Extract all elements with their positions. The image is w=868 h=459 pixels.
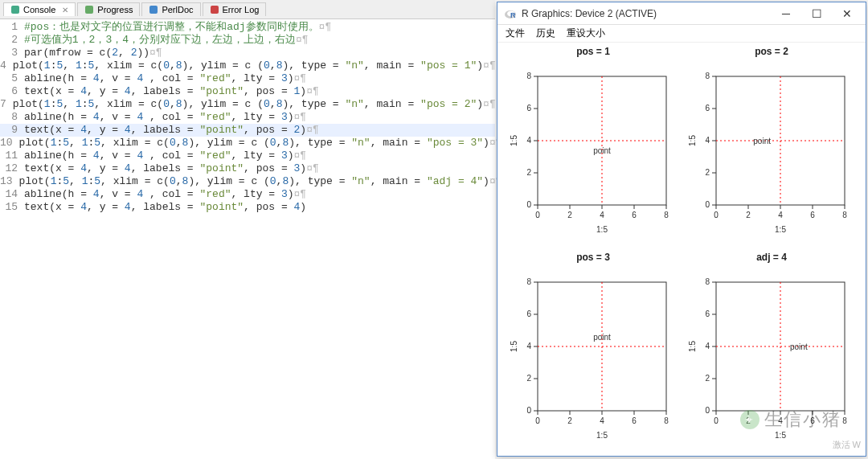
svg-text:6: 6 [705, 104, 710, 113]
close-icon[interactable]: ✕ [62, 6, 68, 14]
code-line[interactable]: 10plot(1:5, 1:5, xlim = c(0,8), ylim = c… [0, 137, 495, 150]
tab-perldoc[interactable]: PerlDoc [141, 2, 200, 16]
plot-area: pos = 102468024681:51:5pointpos = 202468… [497, 43, 866, 456]
line-number: 14 [0, 188, 24, 201]
plot-title: pos = 3 [506, 252, 681, 263]
code-line[interactable]: 9text(x = 4, y = 4, labels = "point", po… [0, 124, 495, 137]
svg-text:4: 4 [600, 211, 604, 219]
svg-text:point: point [790, 342, 808, 351]
svg-text:0: 0 [714, 416, 719, 425]
watermark-text: 生信小猪 [764, 408, 841, 432]
code-text: plot(1:5, 1:5, xlim = c(0,8), ylim = c (… [13, 59, 496, 72]
code-line[interactable]: 15text(x = 4, y = 4, labels = "point", p… [0, 201, 495, 214]
window-title: R Graphics: Device 2 (ACTIVE) [522, 8, 774, 19]
code-text: abline(h = 4, v = 4 , col = "red", lty =… [24, 188, 306, 201]
svg-text:2: 2 [705, 374, 710, 383]
tab-label: Progress [97, 5, 133, 14]
line-number: 8 [0, 111, 24, 124]
r-graphics-window: R R Graphics: Device 2 (ACTIVE) ─ ☐ ✕ 文件… [497, 2, 866, 457]
line-number: 1 [0, 21, 24, 34]
code-text: abline(h = 4, v = 4 , col = "red", lty =… [24, 111, 306, 124]
code-line[interactable]: 1#pos：也是对文字的位置进行调整，不能和adj参数同时使用。¤¶ [0, 21, 495, 34]
code-line[interactable]: 7plot(1:5, 1:5, xlim = c(0,8), ylim = c … [0, 98, 495, 111]
plot-panel: pos = 202468024681:51:5point [684, 46, 859, 247]
svg-text:6: 6 [810, 211, 815, 219]
code-line[interactable]: 14abline(h = 4, v = 4 , col = "red", lty… [0, 188, 495, 201]
svg-text:1:5: 1:5 [688, 135, 697, 146]
code-text: text(x = 4, y = 4, labels = "point", pos… [24, 85, 319, 98]
svg-text:1:5: 1:5 [596, 225, 608, 234]
svg-text:1:5: 1:5 [510, 135, 518, 146]
line-number: 4 [0, 59, 13, 72]
svg-text:2: 2 [526, 168, 531, 177]
svg-text:8: 8 [842, 211, 847, 219]
code-line[interactable]: 3par(mfrow = c(2, 2))¤¶ [0, 47, 495, 59]
svg-text:2: 2 [746, 211, 751, 219]
menu-item[interactable]: 历史 [536, 27, 555, 40]
line-number: 6 [0, 85, 24, 98]
svg-text:4: 4 [600, 416, 604, 425]
errorlog-icon [210, 5, 219, 14]
code-area[interactable]: 1#pos：也是对文字的位置进行调整，不能和adj参数同时使用。¤¶2#可选值为… [0, 19, 495, 214]
code-text: plot(1:5, 1:5, xlim = c(0,8), ylim = c (… [19, 175, 502, 188]
line-number: 10 [0, 137, 19, 150]
code-text: plot(1:5, 1:5, xlim = c(0,8), ylim = c (… [13, 98, 496, 111]
plot-title: pos = 2 [684, 46, 859, 57]
plot-panel: pos = 302468024681:51:5point [506, 252, 681, 453]
code-text: text(x = 4, y = 4, labels = "point", pos… [24, 201, 306, 214]
svg-text:8: 8 [705, 277, 710, 286]
code-line[interactable]: 12text(x = 4, y = 4, labels = "point", p… [0, 162, 495, 175]
maximize-button[interactable]: ☐ [805, 5, 829, 23]
tab-progress[interactable]: Progress [77, 2, 140, 16]
svg-text:2: 2 [526, 374, 531, 383]
svg-text:point: point [593, 333, 611, 342]
menu-item[interactable]: 重设大小 [567, 27, 605, 40]
svg-text:1:5: 1:5 [775, 225, 786, 234]
menu-item[interactable]: 文件 [506, 27, 525, 40]
code-text: text(x = 4, y = 4, labels = "point", pos… [24, 162, 319, 175]
tab-console[interactable]: Console✕ [3, 2, 76, 16]
line-number: 13 [0, 175, 19, 188]
code-text: par(mfrow = c(2, 2))¤¶ [24, 47, 162, 59]
svg-text:4: 4 [705, 342, 710, 350]
line-number: 2 [0, 34, 24, 47]
line-number: 12 [0, 162, 24, 175]
svg-text:1:5: 1:5 [775, 431, 786, 440]
close-button[interactable]: ✕ [835, 5, 859, 23]
svg-text:8: 8 [664, 211, 669, 219]
svg-text:1:5: 1:5 [596, 431, 608, 440]
tab-error-log[interactable]: Error Log [203, 2, 267, 16]
minimize-button[interactable]: ─ [774, 5, 798, 23]
svg-rect-2 [149, 6, 158, 14]
code-line[interactable]: 5abline(h = 4, v = 4 , col = "red", lty … [0, 72, 495, 85]
svg-text:0: 0 [705, 200, 710, 209]
line-number: 5 [0, 72, 24, 85]
svg-text:0: 0 [526, 406, 531, 415]
svg-text:0: 0 [714, 211, 719, 219]
line-number: 15 [0, 201, 24, 214]
svg-text:6: 6 [526, 309, 531, 318]
code-line[interactable]: 11abline(h = 4, v = 4 , col = "red", lty… [0, 150, 495, 162]
code-line[interactable]: 2#可选值为1，2，3，4，分别对应下边，左边，上边，右边¤¶ [0, 34, 495, 47]
line-number: 7 [0, 98, 13, 111]
code-line[interactable]: 4plot(1:5, 1:5, xlim = c(0,8), ylim = c … [0, 59, 495, 72]
tab-label: Console [23, 5, 55, 14]
svg-text:2: 2 [567, 416, 572, 425]
code-text: abline(h = 4, v = 4 , col = "red", lty =… [24, 72, 306, 85]
editor-pane: Console✕ProgressPerlDocError Log 1#pos：也… [0, 0, 495, 459]
r-logo-icon: R [504, 7, 517, 20]
svg-text:6: 6 [705, 309, 710, 318]
plot-panel: pos = 102468024681:51:5point [506, 46, 681, 247]
window-titlebar[interactable]: R R Graphics: Device 2 (ACTIVE) ─ ☐ ✕ [497, 2, 866, 25]
svg-text:0: 0 [535, 416, 540, 425]
svg-text:0: 0 [705, 406, 710, 415]
svg-text:2: 2 [567, 211, 572, 219]
code-line[interactable]: 13plot(1:5, 1:5, xlim = c(0,8), ylim = c… [0, 175, 495, 188]
progress-icon [84, 5, 94, 14]
code-text: #pos：也是对文字的位置进行调整，不能和adj参数同时使用。¤¶ [24, 21, 331, 34]
code-line[interactable]: 8abline(h = 4, v = 4 , col = "red", lty … [0, 111, 495, 124]
graphics-menu: 文件历史重设大小 [497, 25, 866, 43]
svg-text:6: 6 [526, 104, 531, 113]
svg-text:0: 0 [526, 200, 531, 209]
code-line[interactable]: 6text(x = 4, y = 4, labels = "point", po… [0, 85, 495, 98]
